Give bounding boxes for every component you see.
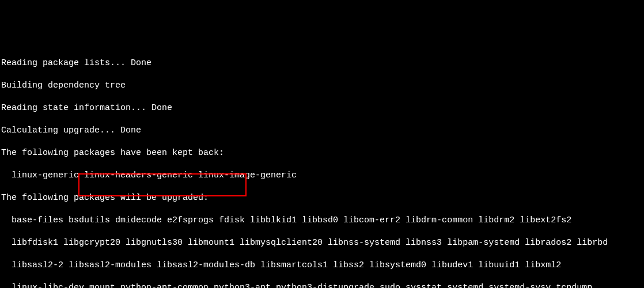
- output-line: linux-generic linux-headers-generic linu…: [1, 170, 643, 181]
- terminal-output[interactable]: Reading package lists... Done Building d…: [0, 45, 644, 288]
- output-line: Reading package lists... Done: [1, 58, 643, 69]
- output-line: libfdisk1 libgcrypt20 libgnutls30 libmou…: [1, 237, 643, 249]
- output-line: Calculating upgrade... Done: [1, 125, 643, 137]
- output-line: Reading state information... Done: [1, 103, 643, 114]
- output-line: libsasl2-2 libsasl2-modules libsasl2-mod…: [1, 260, 643, 271]
- output-line: linux-libc-dev mount python-apt-common p…: [1, 282, 643, 289]
- output-line: base-files bsdutils dmidecode e2fsprogs …: [1, 215, 643, 226]
- output-line: The following packages have been kept ba…: [1, 147, 643, 159]
- output-line: Building dependency tree: [1, 80, 643, 92]
- output-line: The following packages will be upgraded:: [1, 192, 643, 204]
